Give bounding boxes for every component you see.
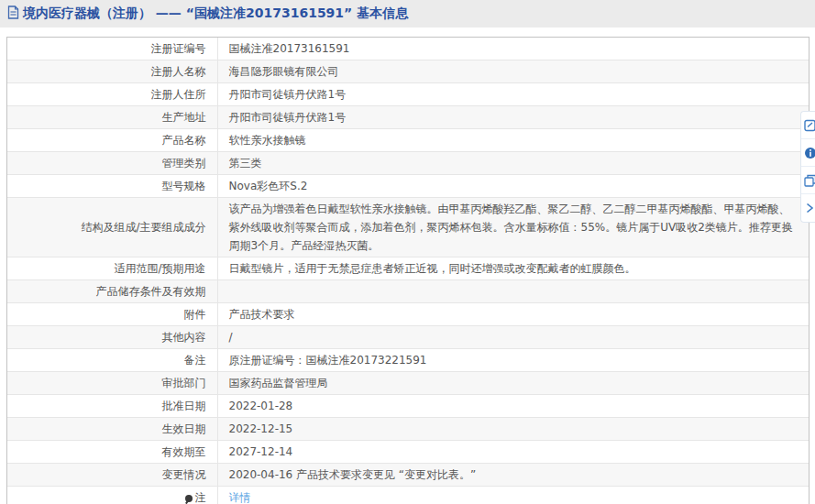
row-label: 附件: [7, 303, 217, 326]
row-label: 生产地址: [7, 106, 217, 129]
row-value: 丹阳市司徒镇丹伏路1号: [217, 83, 809, 106]
table-row: 产品名称 软性亲水接触镜: [7, 129, 809, 152]
row-value: 丹阳市司徒镇丹伏路1号: [217, 106, 809, 129]
row-value: 2027-12-14: [217, 441, 809, 464]
table-row: 注册证编号 国械注准20173161591: [7, 38, 809, 60]
row-value: 原注册证编号：国械注准20173221591: [217, 349, 809, 372]
feedback-button[interactable]: [801, 112, 815, 139]
row-label: 有效期至: [7, 441, 217, 464]
table-row: 附件 产品技术要求: [7, 303, 809, 326]
row-value: 软性亲水接触镜: [217, 129, 809, 152]
table-row: 适用范围/预期用途 日戴型镜片，适用于无禁忌症患者矫正近视，同时还增强或改变配戴…: [7, 257, 809, 280]
print-icon: [804, 174, 815, 187]
row-label: 注: [7, 487, 217, 504]
row-label: 产品储存条件及有效期: [7, 280, 217, 303]
row-value: /: [217, 326, 809, 349]
table-row: 结构及组成/主要组成成分 该产品为增强着色日戴型软性亲水接触镜。由甲基丙烯酸羟乙…: [7, 198, 809, 257]
row-label: 其他内容: [7, 326, 217, 349]
lightbulb-icon: [185, 495, 193, 502]
row-value: 2022-01-28: [217, 395, 809, 418]
row-label: 注册证编号: [7, 38, 217, 60]
row-label: 注册人住所: [7, 83, 217, 106]
header-bar: 境内医疗器械（注册） —— “国械注准20173161591” 基本信息: [0, 0, 815, 27]
row-label: 变更情况: [7, 464, 217, 487]
table-row: 批准日期 2022-01-28: [7, 395, 809, 418]
row-value: 国械注准20173161591: [217, 38, 809, 60]
row-value: 海昌隐形眼镜有限公司: [217, 60, 809, 83]
detail-link[interactable]: 详情: [229, 491, 251, 504]
row-value: 该产品为增强着色日戴型软性亲水接触镜。由甲基丙烯酸羟乙酯、聚乙二醇、乙二醇二甲基…: [217, 198, 809, 257]
row-value: 详情: [217, 487, 809, 504]
table-row: 有效期至 2027-12-14: [7, 441, 809, 464]
info-circle-icon: [804, 147, 815, 159]
row-label: 管理类别: [7, 152, 217, 175]
row-label: 审批部门: [7, 372, 217, 395]
page-title: 境内医疗器械（注册） —— “国械注准20173161591” 基本信息: [23, 5, 408, 22]
document-icon: [7, 5, 19, 23]
table-row: 产品储存条件及有效期: [7, 280, 809, 303]
row-label: 注册人名称: [7, 60, 217, 83]
table-row: 管理类别 第三类: [7, 152, 809, 175]
table-row: 注册人住所 丹阳市司徒镇丹伏路1号: [7, 83, 809, 106]
table-row: 生产地址 丹阳市司徒镇丹伏路1号: [7, 106, 809, 129]
row-value: 日戴型镜片，适用于无禁忌症患者矫正近视，同时还增强或改变配戴者的虹膜颜色。: [217, 257, 809, 280]
table-row: 注册人名称 海昌隐形眼镜有限公司: [7, 60, 809, 83]
row-value: [217, 280, 809, 303]
row-label: 生效日期: [7, 418, 217, 441]
row-label: 批准日期: [7, 395, 217, 418]
row-value: 第三类: [217, 152, 809, 175]
collapse-chevron-icon: [804, 203, 815, 214]
info-button[interactable]: [801, 139, 815, 167]
table-row: 其他内容 /: [7, 326, 809, 349]
row-label: 备注: [7, 349, 217, 372]
row-value: Nova彩色环S.2: [217, 175, 809, 198]
table-row: 变更情况 2020-04-16 产品技术要求变更见 “变更对比表。”: [7, 464, 809, 487]
table-row: 型号规格 Nova彩色环S.2: [7, 175, 809, 198]
info-table-body: 注册证编号 国械注准20173161591 注册人名称 海昌隐形眼镜有限公司 注…: [7, 38, 809, 504]
info-table: 注册证编号 国械注准20173161591 注册人名称 海昌隐形眼镜有限公司 注…: [6, 37, 809, 504]
row-value: 2022-12-15: [217, 418, 809, 441]
row-value: 国家药品监督管理局: [217, 372, 809, 395]
row-label: 结构及组成/主要组成成分: [7, 198, 217, 257]
row-label: 型号规格: [7, 175, 217, 198]
collapse-button[interactable]: [801, 194, 815, 222]
table-row: 审批部门 国家药品监督管理局: [7, 372, 809, 395]
row-value: 2020-04-16 产品技术要求变更见 “变更对比表。”: [217, 464, 809, 487]
table-row: 注 详情: [7, 487, 809, 504]
print-button[interactable]: [801, 167, 815, 194]
table-row: 备注 原注册证编号：国械注准20173221591: [7, 349, 809, 372]
side-toolbar: [800, 111, 815, 223]
row-label: 适用范围/预期用途: [7, 257, 217, 280]
row-label: 产品名称: [7, 129, 217, 152]
feedback-icon: [804, 119, 815, 132]
table-row: 生效日期 2022-12-15: [7, 418, 809, 441]
row-value: 产品技术要求: [217, 303, 809, 326]
